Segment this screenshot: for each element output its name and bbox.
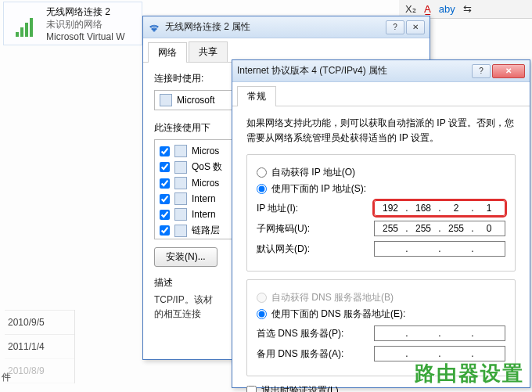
validate-checkbox[interactable] (246, 386, 257, 392)
preferred-dns-label: 首选 DNS 服务器(P): (257, 327, 374, 340)
radio-manual-dns-input[interactable] (257, 309, 267, 319)
protocol-icon (174, 177, 187, 189)
wifi-icon (148, 21, 160, 34)
protocol-icon (174, 145, 187, 157)
checkbox[interactable] (160, 162, 170, 172)
close-button[interactable]: ✕ (406, 20, 425, 34)
close-button[interactable] (492, 64, 525, 78)
window-title: Internet 协议版本 4 (TCP/IPv4) 属性 (237, 64, 472, 77)
date-row[interactable]: 2010/8/9 (5, 358, 74, 383)
subnet-mask-label: 子网掩码(U): (257, 222, 374, 236)
titlebar[interactable]: Internet 协议版本 4 (TCP/IPv4) 属性 ? (232, 60, 530, 82)
help-text: 如果网络支持此功能，则可以获取自动指派的 IP 设置。否则，您需要从网络系统管理… (246, 116, 516, 145)
radio-manual-ip: 使用下面的 IP 地址(S): (257, 182, 505, 196)
tool-subscript[interactable]: X₂ (405, 3, 416, 15)
date-list: 2010/9/5 2011/1/4 2010/8/9 (5, 310, 75, 383)
net-status: 未识别的网络 (46, 18, 124, 31)
help-button[interactable]: ? (386, 20, 404, 34)
wifi-signal-icon (9, 5, 40, 37)
watermark-text: 路由器设置 (415, 360, 524, 387)
gateway-input[interactable]: . . . (374, 241, 505, 257)
radio-auto-dns: 自动获得 DNS 服务器地址(B) (257, 291, 505, 304)
preferred-dns-input[interactable]: . . . (374, 325, 505, 341)
tab-network[interactable]: 网络 (148, 42, 187, 63)
tool-font-color[interactable]: A̲ (424, 3, 431, 15)
tool-indent[interactable]: ⇆ (463, 3, 472, 15)
tabstrip: 常规 (232, 82, 530, 106)
alternate-dns-label: 备用 DNS 服务器(A): (257, 347, 374, 361)
titlebar[interactable]: 无线网络连接 2 属性 ? ✕ (143, 16, 430, 38)
radio-auto-dns-input (257, 293, 267, 303)
checkbox[interactable] (160, 146, 170, 156)
protocol-icon (174, 225, 187, 237)
radio-manual-ip-input[interactable] (257, 184, 267, 194)
radio-auto-ip: 自动获得 IP 地址(O) (257, 166, 505, 179)
tool-highlight[interactable]: aby (439, 3, 455, 15)
checkbox[interactable] (160, 178, 170, 189)
checkbox[interactable] (160, 225, 170, 236)
net-name: 无线网络连接 2 (46, 5, 124, 18)
window-title: 无线网络连接 2 属性 (165, 20, 386, 34)
ip-fieldset: 自动获得 IP 地址(O) 使用下面的 IP 地址(S): IP 地址(I): … (246, 154, 516, 272)
adapter-name: Microsoft (177, 95, 215, 106)
protocol-icon (174, 208, 187, 221)
radio-manual-dns: 使用下面的 DNS 服务器地址(E): (257, 307, 505, 321)
protocol-icon (174, 192, 187, 205)
checkbox[interactable] (160, 194, 170, 204)
date-row[interactable]: 2010/9/5 (5, 310, 74, 334)
subject-column-fragment: 件 (2, 371, 11, 384)
tab-sharing[interactable]: 共享 (189, 41, 228, 62)
adapter-icon (160, 94, 172, 106)
ipv4-properties-window: Internet 协议版本 4 (TCP/IPv4) 属性 ? 常规 如果网络支… (232, 59, 530, 388)
gateway-label: 默认网关(D): (257, 243, 374, 256)
help-button[interactable]: ? (472, 64, 491, 78)
install-button[interactable]: 安装(N)... (154, 247, 217, 267)
date-row[interactable]: 2011/1/4 (5, 334, 74, 358)
protocol-icon (174, 161, 187, 174)
tab-general[interactable]: 常规 (237, 86, 276, 106)
network-connection-item[interactable]: 无线网络连接 2 未识别的网络 Microsoft Virtual W (3, 2, 142, 45)
net-adapter: Microsoft Virtual W (46, 31, 124, 43)
checkbox[interactable] (160, 210, 170, 220)
ip-address-label: IP 地址(I): (257, 202, 374, 215)
radio-auto-ip-input[interactable] (257, 167, 267, 178)
subnet-mask-input[interactable]: 255. 255. 255. 0 (374, 221, 505, 236)
ip-address-input[interactable]: 192. 168. 2. 1 (374, 200, 505, 216)
